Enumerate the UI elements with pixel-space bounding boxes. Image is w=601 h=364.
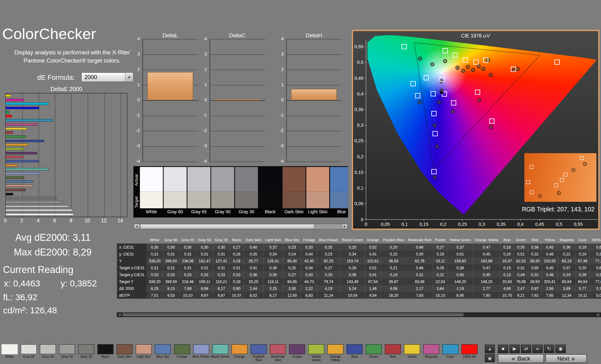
- scroll-left-icon[interactable]: ◄: [134, 224, 139, 229]
- record-button[interactable]: ◉: [555, 345, 566, 353]
- bottom-patch[interactable]: Foliage: [172, 343, 192, 358]
- bottom-patch[interactable]: Bluish Green: [211, 343, 230, 358]
- strip-patch[interactable]: Gray 35: [235, 167, 258, 217]
- table-column-header: Dark Skin: [244, 236, 263, 244]
- table-row: dEITP7,019,5310,109,679,8710,378,028,171…: [117, 292, 601, 299]
- deltah-tick-label: 0: [276, 97, 284, 103]
- strip-patch[interactable]: Blue: [330, 167, 348, 217]
- table-cell: 19,11: [433, 257, 448, 264]
- bottom-patch[interactable]: Gray 80: [19, 343, 38, 358]
- stop-button[interactable]: ■: [498, 345, 508, 353]
- table-column-header: Cyan: [576, 236, 589, 244]
- bottom-patch-label: Bluish Green: [211, 355, 230, 358]
- table-cell: 16,20: [381, 292, 406, 299]
- scroll-right-icon[interactable]: ►: [342, 224, 347, 229]
- bottom-patch[interactable]: Gray 35: [77, 343, 96, 358]
- table-cell: 82,53: [514, 257, 528, 264]
- bottom-patch[interactable]: Green: [364, 343, 383, 358]
- de-formula-dropdown[interactable]: 2000 ▼: [81, 72, 134, 82]
- inset-measured-point: [557, 191, 561, 195]
- display-button[interactable]: ▣: [485, 354, 495, 362]
- strip-patch[interactable]: Black: [259, 167, 282, 217]
- strip-patch[interactable]: Dark Skin: [282, 167, 305, 217]
- bottom-patch[interactable]: White: [0, 343, 19, 358]
- bottom-patch[interactable]: Purple: [287, 343, 306, 358]
- table-cell: 269,59: [162, 278, 179, 285]
- bottom-patch[interactable]: Blue Flower: [192, 343, 211, 358]
- back-button[interactable]: « Back: [498, 354, 544, 363]
- strip-patch[interactable]: Gray 80: [164, 167, 187, 217]
- bottom-patch[interactable]: Yellow Green: [307, 343, 326, 362]
- deltac-gridline: [210, 54, 265, 55]
- strip-patch-label: Dark Skin: [282, 208, 305, 216]
- patch-strip-scrollbar[interactable]: ◄ ►: [133, 224, 348, 229]
- bottom-patch[interactable]: Gray 50: [58, 343, 77, 358]
- deltae-bar: [6, 176, 24, 179]
- bottom-patch[interactable]: Red: [383, 343, 402, 358]
- inset-target-point: [527, 180, 530, 184]
- bottom-patch[interactable]: Blue Sky: [153, 343, 172, 358]
- bottom-patch[interactable]: Gray 65: [38, 343, 57, 358]
- deltal-gridline: [143, 146, 198, 147]
- table-cell: 0,30: [406, 250, 433, 257]
- patch-strip-patches: WhiteGray 80Gray 65Gray 50Gray 35BlackDa…: [139, 166, 348, 217]
- strip-patch-actual: [211, 167, 234, 191]
- strip-patch[interactable]: Light Skin: [306, 167, 329, 217]
- bottom-patch[interactable]: Yellow: [403, 343, 422, 358]
- swap-button[interactable]: ⇄: [521, 345, 531, 353]
- cie-y-tick-label: 0,3: [357, 123, 363, 128]
- scrollbar-track[interactable]: [140, 224, 342, 229]
- table-cell: 0,30: [196, 244, 213, 250]
- scroll-right-icon[interactable]: ►: [596, 313, 601, 316]
- play-button[interactable]: ▶: [509, 345, 520, 353]
- table-scrollbar[interactable]: ◄ ►: [117, 312, 601, 317]
- scrollbar-track[interactable]: [122, 313, 596, 316]
- strip-patch[interactable]: Gray 50: [211, 167, 234, 217]
- table-cell: 0,68: [589, 244, 601, 250]
- infinity-button[interactable]: ∞: [532, 345, 543, 353]
- table-cell: 6,95: [448, 292, 473, 299]
- scrollbar-thumb[interactable]: [140, 224, 314, 229]
- table-cell: 5,02: [589, 292, 601, 299]
- table-row-label: y: CIE31: [117, 250, 146, 257]
- table-cell: 2,19: [448, 285, 473, 292]
- scrollbar-thumb[interactable]: [122, 313, 464, 316]
- table-cell: 0,29: [433, 264, 448, 271]
- strip-patch-target: [211, 191, 234, 208]
- table-cell: 0,56: [528, 244, 542, 250]
- bottom-patch[interactable]: Orange: [230, 343, 249, 358]
- deltac-tick-label: -3: [200, 143, 207, 149]
- bottom-patch-swatch: [78, 344, 94, 354]
- next-button[interactable]: Next »: [545, 354, 587, 363]
- up-button[interactable]: ▲: [485, 345, 495, 353]
- bottom-patch[interactable]: Moderate Red: [268, 343, 287, 362]
- refresh-button[interactable]: ↻: [544, 345, 554, 353]
- bottom-patch[interactable]: Dark Skin: [115, 343, 134, 358]
- bottom-patch[interactable]: Magenta: [422, 343, 441, 358]
- bottom-patch[interactable]: Orange Yellow: [326, 343, 345, 362]
- table-cell: 2,22: [301, 285, 317, 292]
- bottom-patch[interactable]: 100% Re: [460, 343, 479, 358]
- table-cell: 0,31: [179, 250, 196, 257]
- bottom-patch[interactable]: Cyan: [441, 343, 460, 358]
- table-column-header: Foliage: [301, 236, 317, 244]
- bottom-patch[interactable]: Blue: [345, 343, 364, 358]
- table-cell: 0,31: [196, 250, 213, 257]
- strip-patch[interactable]: Gray 65: [187, 167, 210, 217]
- bottom-patch[interactable]: Purplish Blue: [249, 343, 268, 362]
- table-cell: 0,31: [514, 264, 528, 271]
- deltal-tick-label: -4: [133, 159, 140, 164]
- table-cell: 7,83: [406, 292, 433, 299]
- table-column-header: White: [147, 236, 163, 244]
- table-cell: 0,30: [162, 244, 179, 250]
- scroll-left-icon[interactable]: ◄: [117, 313, 122, 316]
- table-cell: 9,87: [213, 292, 230, 299]
- strip-patch[interactable]: White: [140, 167, 163, 217]
- deltac-tick-label: -2: [200, 128, 207, 133]
- cie-x-tick-label: 0,05: [381, 222, 390, 227]
- inset-target-point: [580, 156, 584, 160]
- bottom-patch-swatch: [193, 344, 209, 354]
- strip-patch-target: [306, 191, 329, 208]
- bottom-patch[interactable]: Light Skin: [134, 343, 153, 358]
- bottom-patch[interactable]: Black: [96, 343, 115, 358]
